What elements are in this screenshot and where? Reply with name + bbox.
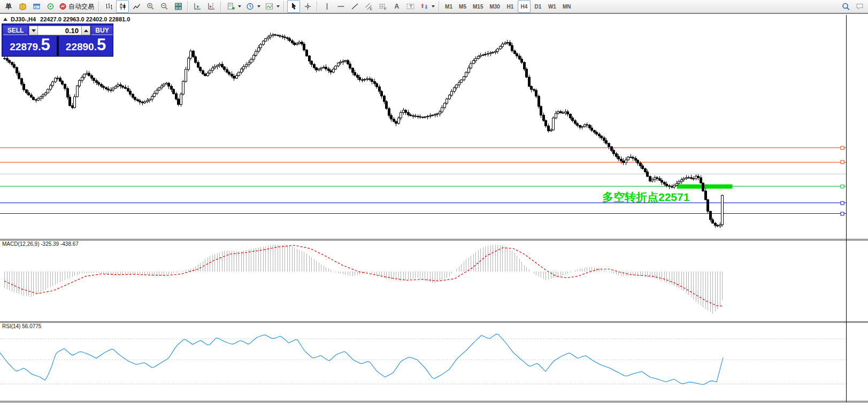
svg-text:T: T: [409, 4, 412, 9]
periods-button[interactable]: [243, 0, 256, 13]
timeframe-w1[interactable]: W1: [546, 0, 559, 13]
autotrade-button[interactable]: 自动交易: [58, 0, 96, 13]
toolbar-separator: [439, 1, 440, 12]
periods-dropdown-icon[interactable]: [257, 5, 260, 7]
indicators-button[interactable]: [263, 0, 275, 13]
chart-window: DJ30-,H4 22427.0 22963.0 22402.0 22881.0…: [0, 14, 868, 411]
new-chart-icon: [226, 2, 235, 11]
timeframe-m5[interactable]: M5: [456, 0, 469, 13]
channel-button[interactable]: E: [362, 0, 375, 13]
toolbar: 单自动交易EFATM1M5M15M30H1H4D1W1MN: [0, 0, 868, 14]
toolbar-separator: [317, 1, 318, 12]
toolbar-separator: [98, 1, 99, 12]
new-chart-dropdown-icon[interactable]: [238, 5, 241, 7]
timeframe-m1[interactable]: M1: [442, 0, 455, 13]
chart-shift-icon: [207, 2, 216, 11]
chat-button[interactable]: [853, 0, 866, 13]
svg-text:E: E: [370, 7, 372, 11]
new-chart-button[interactable]: [224, 0, 237, 13]
tile-windows-button[interactable]: [172, 0, 185, 13]
text-icon: A: [392, 2, 401, 11]
timeframe-d1[interactable]: D1: [532, 0, 544, 13]
menu-button[interactable]: 单: [2, 0, 15, 13]
shapes-dropdown-icon[interactable]: [432, 5, 435, 7]
text-button[interactable]: A: [390, 0, 403, 13]
timeframe-h1[interactable]: H1: [504, 0, 517, 13]
trendline-button[interactable]: [348, 0, 361, 13]
autotrade-icon: [58, 2, 67, 11]
crosshair-button[interactable]: [301, 0, 314, 13]
indicators-icon: [265, 2, 274, 11]
rsi-pane[interactable]: [0, 322, 846, 401]
line-handle-icon[interactable]: [841, 212, 844, 215]
zoom-out-icon: [160, 2, 169, 11]
zoom-in-icon: [146, 2, 155, 11]
timeframe-m30[interactable]: M30: [487, 0, 502, 13]
line-chart-button[interactable]: [130, 0, 143, 13]
green-zone-bar[interactable]: [677, 184, 732, 189]
timeframe-mn[interactable]: MN: [560, 0, 574, 13]
candlestick-chart-button[interactable]: [116, 0, 129, 13]
rsi-label: RSI(14) 56.0775: [2, 323, 41, 329]
tile-windows-icon: [174, 2, 183, 11]
search-button[interactable]: [839, 0, 852, 13]
line-handle-icon[interactable]: [841, 201, 844, 205]
macd-signal-line: [4, 245, 724, 306]
price-chart-pane[interactable]: [0, 15, 846, 239]
indicators-dropdown-icon[interactable]: [276, 5, 280, 7]
shapes-button[interactable]: [418, 0, 431, 13]
channel-icon: E: [364, 2, 373, 11]
chart-shift-button[interactable]: [205, 0, 218, 13]
horizontal-line-button[interactable]: [334, 0, 347, 13]
turning-point-annotation[interactable]: 多空转折点22571: [602, 190, 689, 205]
pane-divider: [0, 401, 868, 402]
line-handle-icon[interactable]: [841, 160, 844, 164]
trendline-icon: [350, 2, 359, 11]
terminal-window: 单自动交易EFATM1M5M15M30H1H4D1W1MN DJ30-,H4 2…: [0, 0, 868, 411]
signals-button[interactable]: [44, 0, 57, 13]
toolbar-right: [839, 0, 866, 13]
bar-chart-button[interactable]: [102, 0, 115, 13]
chat-icon: [855, 2, 864, 11]
market-watch-icon: [32, 2, 41, 11]
fibonacci-icon: F: [378, 2, 387, 11]
line-handle-icon[interactable]: [841, 185, 844, 188]
cursor-icon: [289, 2, 298, 11]
vertical-line-button[interactable]: [320, 0, 333, 13]
zoom-in-button[interactable]: [144, 0, 157, 13]
new-order-icon: [18, 2, 27, 11]
search-icon: [841, 2, 850, 11]
periods-icon: [245, 2, 255, 11]
vertical-line-icon: [322, 2, 332, 11]
label-icon: T: [406, 2, 415, 11]
macd-label: MACD(12,26,9) -325.39 -438.67: [2, 241, 79, 247]
toolbar-separator: [220, 1, 221, 12]
fibonacci-button[interactable]: F: [376, 0, 389, 13]
rsi-line: [0, 334, 723, 384]
shapes-icon: [420, 2, 429, 11]
macd-pane[interactable]: [0, 240, 846, 321]
horizontal-line-icon: [336, 2, 345, 11]
candlestick-chart-icon: [118, 2, 127, 11]
toolbar-separator: [187, 1, 188, 12]
timeframe-h4[interactable]: H4: [518, 0, 531, 13]
macd-histogram: [5, 245, 723, 314]
line-chart-icon: [132, 2, 141, 11]
auto-scroll-icon: [193, 2, 202, 11]
new-order-button[interactable]: [16, 0, 29, 13]
svg-text:A: A: [394, 3, 399, 10]
line-handle-icon[interactable]: [841, 146, 844, 150]
bar-chart-icon: [104, 2, 113, 11]
svg-text:F: F: [384, 7, 386, 11]
zoom-out-button[interactable]: [158, 0, 171, 13]
timeframe-m15[interactable]: M15: [470, 0, 486, 13]
crosshair-icon: [303, 2, 312, 11]
price-axis[interactable]: 26523.026085.525660.525223.024798.024360…: [846, 14, 868, 401]
market-watch-button[interactable]: [30, 0, 43, 13]
cursor-button[interactable]: [287, 0, 300, 13]
toolbar-separator: [283, 1, 285, 12]
auto-scroll-button[interactable]: [191, 0, 204, 13]
signals-icon: [46, 2, 55, 11]
label-button[interactable]: T: [404, 0, 417, 13]
